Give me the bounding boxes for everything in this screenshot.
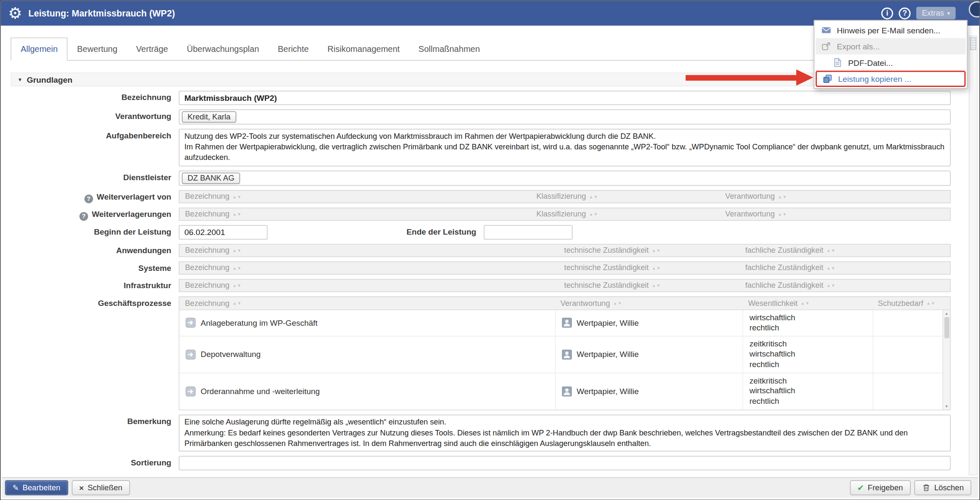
header-text: Verantwortung [725,192,775,201]
tab-risikomanagement[interactable]: Risikomanagement [318,38,409,60]
column-header-bezeichnung[interactable]: Bezeichnung▲▼ [179,246,558,255]
loeschen-button[interactable]: Löschen [914,480,971,495]
window-title: Leistung: Marktmissbrauch (WP2) [28,8,175,18]
help-icon[interactable]: ? [899,7,910,19]
header-text: Bezeichnung [185,263,229,272]
info-icon[interactable]: i [881,7,893,19]
edit-icon: ✎ [13,484,19,492]
bezeichnung-field[interactable]: Marktmissbrauch (WP2) [179,91,950,105]
table-row[interactable]: Anlageberatung im WP-Geschäft Wertpapier… [179,310,942,336]
tab-bewertung[interactable]: Bewertung [67,38,127,60]
dienstleister-chip[interactable]: DZ BANK AG [182,172,240,184]
label-anwendungen: Anwendungen [11,243,179,255]
tab-sollmassnahmen[interactable]: Sollmaßnahmen [409,38,489,60]
label-sortierung: Sortierung [11,456,179,468]
sort-icon: ▲▼ [233,283,242,287]
beginn-der-leistung-field[interactable]: 06.02.2001 [179,225,267,239]
process-icon [186,349,196,359]
trash-icon [922,484,931,492]
column-header-verantwortung[interactable]: Verantwortung▲▼ [719,210,950,219]
aufgabenbereich-field[interactable]: Nutzung des WP2-Tools zur systematischen… [179,129,950,166]
infrastruktur-table-header: Bezeichnung▲▼ technische Zuständigkeit▲▼… [179,278,950,292]
column-header-fachliche-zustaendigkeit[interactable]: fachliche Zuständigkeit▲▼ [740,263,950,272]
menu-item-pdf-datei[interactable]: PDF-Datei... [816,54,966,71]
tab-berichte[interactable]: Berichte [269,38,318,60]
weiterverlagerungen-table-header: Bezeichnung▲▼ Klassifizierung▲▼ Verantwo… [179,207,950,220]
table-scrollbar[interactable]: ▲ ▼ [942,310,950,410]
column-header-technische-zustaendigkeit[interactable]: technische Zuständigkeit▲▼ [558,246,739,255]
sort-icon: ▲▼ [613,301,622,305]
column-header-klassifizierung[interactable]: Klassifizierung▲▼ [531,210,720,219]
scrollbar-thumb[interactable] [944,317,949,338]
verantwortung-cell: Wertpapier, Willie [555,310,743,336]
verantwortung-chip[interactable]: Kredit, Karla [182,111,236,123]
column-header-fachliche-zustaendigkeit[interactable]: fachliche Zuständigkeit▲▼ [740,281,950,290]
dienstleister-field[interactable]: DZ BANK AG [179,170,950,186]
freigeben-button[interactable]: ✔ Freigeben [850,480,910,495]
section-title: Grundlagen [27,75,73,84]
column-header-fachliche-zustaendigkeit[interactable]: fachliche Zuständigkeit▲▼ [740,246,950,255]
bezeichnung-cell: Depotverwaltung [179,336,555,373]
menu-item-hinweis-email[interactable]: Hinweis per E-Mail senden... [816,22,966,38]
column-header-technische-zustaendigkeit[interactable]: technische Zuständigkeit▲▼ [558,281,739,290]
sort-icon: ▲▼ [652,283,661,287]
header-text: Bezeichnung [185,281,229,290]
table-row[interactable]: Depotverwaltung Wertpapier, Willie zeitk… [179,336,942,373]
sort-icon: ▲▼ [233,212,242,216]
ende-der-leistung-field[interactable] [484,225,572,239]
column-header-verantwortung[interactable]: Verantwortung▲▼ [719,192,950,201]
column-header-verantwortung[interactable]: Verantwortung▲▼ [555,299,743,308]
person-name: Wertpapier, Willie [577,350,639,359]
column-header-technische-zustaendigkeit[interactable]: technische Zuständigkeit▲▼ [558,263,739,272]
tab-ueberwachungsplan[interactable]: Überwachungsplan [178,38,269,60]
person-icon [562,318,572,328]
prozess-name: Orderannahme und -weiterleitung [201,386,320,396]
schutzbedarf-cell [872,336,943,373]
verantwortung-cell: Wertpapier, Willie [555,336,743,373]
column-header-wesentlichkeit[interactable]: Wesentlichkeit▲▼ [743,299,872,308]
header-text: Bezeichnung [185,299,229,308]
extras-button[interactable]: Extras ▾ [916,7,956,19]
label-text: Weiterverlagerungen [92,209,171,219]
column-header-bezeichnung[interactable]: Bezeichnung▲▼ [179,299,555,308]
help-badge-icon[interactable]: ? [79,212,88,221]
annotation-arrow-head [796,70,813,86]
sort-icon: ▲▼ [827,283,836,287]
tab-vertraege[interactable]: Verträge [127,38,178,60]
vertical-scrollbar[interactable] [969,35,977,475]
verantwortung-field[interactable]: Kredit, Karla [179,109,950,124]
scroll-down-icon[interactable]: ▼ [945,403,948,409]
verantwortung-cell: Wertpapier, Willie [555,373,743,409]
scroll-up-icon[interactable]: ▲ [945,310,948,316]
column-header-klassifizierung[interactable]: Klassifizierung▲▼ [531,192,720,201]
header-text: fachliche Zuständigkeit [745,281,823,290]
table-row[interactable]: Orderannahme und -weiterleitung Wertpapi… [179,373,942,409]
label-beginn-der-leistung: Beginn der Leistung [11,225,179,236]
menu-item-leistung-kopieren[interactable]: Leistung kopieren ... [816,70,966,87]
menu-item-label: Export als... [837,42,880,51]
label-bemerkung: Bemerkung [11,414,179,426]
label-geschaeftsprozesse: Geschäftsprozesse [11,296,179,308]
column-header-bezeichnung[interactable]: Bezeichnung▲▼ [179,210,530,219]
header-text: technische Zuständigkeit [564,281,649,290]
main-content: ▼ Grundlagen Bezeichnung Marktmissbrauch… [11,60,957,475]
label-systeme: Systeme [11,261,179,273]
column-header-schutzbedarf[interactable]: Schutzbedarf▲▼ [872,299,943,308]
column-header-bezeichnung[interactable]: Bezeichnung▲▼ [179,192,530,201]
column-header-bezeichnung[interactable]: Bezeichnung▲▼ [179,281,558,290]
bearbeiten-button[interactable]: ✎ Bearbeiten [5,480,68,495]
label-text: Weiterverlagert von [97,192,171,201]
tab-allgemein[interactable]: Allgemein [11,38,67,61]
bemerkung-field[interactable]: Eine solche Auslagerung dürfte regelmäßi… [179,414,950,451]
sort-icon: ▲▼ [233,248,242,252]
person-name: Wertpapier, Willie [577,318,639,327]
help-badge-icon[interactable]: ? [84,194,93,203]
header-text: Klassifizierung [536,192,586,201]
footer-right-actions: ✔ Freigeben Löschen [850,480,975,495]
menu-item-export-als[interactable]: Export als... [816,38,966,54]
column-header-bezeichnung[interactable]: Bezeichnung▲▼ [179,263,558,272]
header-text: Bezeichnung [185,210,229,219]
schliessen-button[interactable]: × Schließen [72,480,130,495]
sortierung-field[interactable] [179,456,950,470]
scrollbar-thumb[interactable] [970,38,976,50]
